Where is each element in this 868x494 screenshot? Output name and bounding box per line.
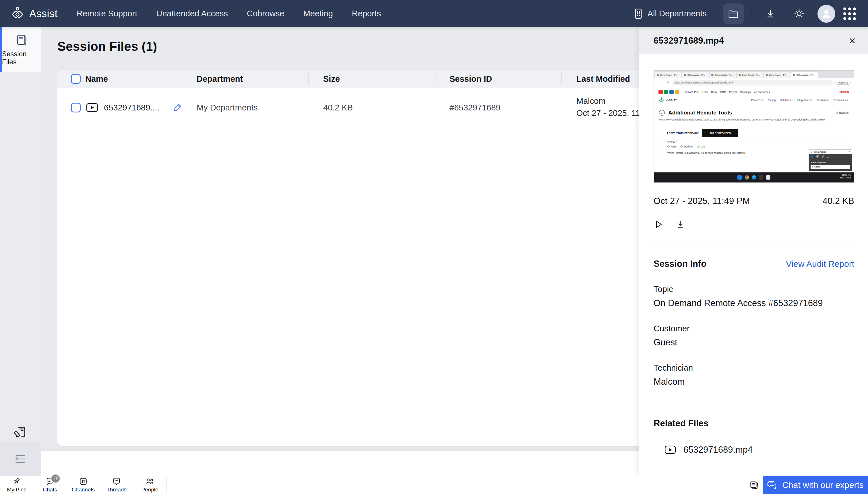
file-name-cell: 6532971689.... <box>86 88 183 127</box>
session-files-icon <box>15 33 28 46</box>
divider <box>435 73 436 85</box>
department-cell: My Departments <box>197 88 258 127</box>
console-collapse-icon[interactable] <box>14 454 27 464</box>
divider <box>653 404 854 404</box>
file-actions <box>653 220 854 229</box>
settings-button[interactable] <box>789 3 810 24</box>
copy-files-icon <box>749 480 759 490</box>
chat-with-experts-button[interactable]: Chat with our experts <box>763 476 868 494</box>
column-header-department[interactable]: Department <box>197 70 243 88</box>
department-selector[interactable]: All Departments <box>634 8 707 19</box>
bottombar-item-label: Threads <box>107 487 127 493</box>
customer-label: Customer <box>653 324 854 334</box>
rename-pencil-icon[interactable] <box>173 103 183 112</box>
related-file-name: 6532971689.mp4 <box>683 445 753 455</box>
file-meta-row: Oct 27 - 2025, 11:49 PM 40.2 KB <box>653 196 854 206</box>
file-preview-thumbnail[interactable]: Zoho Assist - Pr... Zoho Assist - Pr... … <box>653 70 854 183</box>
chats-unread-badge: 18 <box>51 474 60 483</box>
thumb-page-heading: ← Additional Remote Tools ‹ Previous <box>654 103 854 116</box>
cliq-bottom-bar: My Pins 18 Chats Channels <box>0 476 868 494</box>
nav-reports[interactable]: Reports <box>352 9 381 18</box>
topic-label: Topic <box>653 285 854 294</box>
download-file-button[interactable] <box>676 220 685 229</box>
divider <box>561 73 562 85</box>
gear-icon <box>793 8 805 19</box>
thumb-browser-tabbar: Zoho Assist - Pr... Zoho Assist - Pr... … <box>654 71 854 78</box>
nav-cobrowse[interactable]: Cobrowse <box>247 9 284 18</box>
thumb-session-overlay: Zoho Assist ✕ 👤💬🖉🗀 ∨ Participants ⚿ Admi… <box>809 150 852 171</box>
brand-name: Assist <box>29 8 58 20</box>
thumb-feedback-tabs: LEAVE YOUR FEEDBACK 138 RESPONSES <box>654 122 854 137</box>
close-panel-button[interactable] <box>848 36 856 45</box>
video-file-icon <box>664 445 676 454</box>
related-file-item[interactable]: 6532971689.mp4 <box>653 445 854 455</box>
bottombar-item-channels[interactable]: Channels <box>67 476 100 494</box>
sidebar-item-session-files[interactable]: Session Files <box>0 27 41 72</box>
thumb-url: zoho.com/assist/product-roadmap-add-deta… <box>672 80 833 86</box>
notes-button[interactable] <box>0 425 41 439</box>
play-button[interactable] <box>653 220 663 229</box>
thumb-assist-header: Assist Features ▾ Pricing Solutions ▾ In… <box>654 95 854 103</box>
brand-home-link[interactable]: Assist <box>10 6 58 21</box>
select-all-checkbox[interactable] <box>71 70 81 88</box>
size-cell: 40.2 KB <box>323 88 353 127</box>
download-icon <box>676 220 685 229</box>
file-date: Oct 27 - 2025, 11:49 PM <box>653 196 750 206</box>
channels-icon <box>79 477 88 486</box>
nav-unattended-access[interactable]: Unattended Access <box>156 9 228 18</box>
play-icon <box>653 220 663 229</box>
row-checkbox[interactable] <box>71 88 81 127</box>
column-header-name[interactable]: Name <box>85 70 108 88</box>
session-info-heading: Session Info <box>653 259 706 269</box>
avatar[interactable] <box>817 5 835 23</box>
view-audit-report-link[interactable]: View Audit Report <box>786 259 854 269</box>
app-grid-button[interactable] <box>843 7 856 20</box>
person-icon <box>820 8 832 19</box>
column-header-session-id[interactable]: Session ID <box>449 70 492 88</box>
panel-header: 6532971689.mp4 <box>639 27 868 54</box>
column-header-last-modified[interactable]: Last Modified <box>576 70 644 88</box>
assist-logo-icon <box>10 6 25 21</box>
primary-nav: Remote Support Unattended Access Cobrows… <box>77 9 381 18</box>
session-files-toolbar-button[interactable] <box>723 3 744 24</box>
bottombar-item-chats[interactable]: 18 Chats <box>33 476 67 494</box>
thumb-description: We know you might want more remote tools… <box>654 116 854 122</box>
bottombar-item-my-pins[interactable]: My Pins <box>0 476 33 494</box>
bottombar-item-label: Channels <box>72 487 95 493</box>
file-name[interactable]: 6532971689.... <box>104 103 160 112</box>
building-icon <box>634 8 643 19</box>
threads-icon <box>112 477 121 486</box>
close-icon <box>848 36 856 45</box>
customer-value: Guest <box>653 337 854 348</box>
bottombar-item-label: Chats <box>43 487 57 493</box>
app-window: Assist Remote Support Unattended Access … <box>0 0 868 494</box>
thumb-address-bar: ←→⟳ zoho.com/assist/product-roadmap-add-… <box>654 78 854 87</box>
download-toolbar-button[interactable] <box>760 3 781 24</box>
thumb-taskbar: 11:48 PM 10/27/2025 <box>654 172 854 183</box>
bottombar-item-people[interactable]: People <box>133 476 166 494</box>
divider <box>182 73 182 85</box>
panel-body: Zoho Assist - Pr... Zoho Assist - Pr... … <box>639 70 868 455</box>
sidebar-item-label: Session Files <box>2 50 41 66</box>
top-navigation-bar: Assist Remote Support Unattended Access … <box>0 0 868 27</box>
bottombar-item-label: My Pins <box>7 487 26 493</box>
file-size: 40.2 KB <box>823 196 854 206</box>
nav-remote-support[interactable]: Remote Support <box>77 9 137 18</box>
thumb-profile-pill: Personal <box>835 81 851 84</box>
divider <box>715 6 715 21</box>
technician-label: Technician <box>653 363 854 373</box>
pin-icon <box>12 477 21 486</box>
bottombar-item-label: People <box>141 487 158 493</box>
notes-icon <box>14 425 27 439</box>
topic-value: On Demand Remote Access #6532971689 <box>653 298 854 308</box>
nav-meeting[interactable]: Meeting <box>303 9 333 18</box>
divider <box>308 73 309 85</box>
bottombar-item-threads[interactable]: Threads <box>100 476 133 494</box>
people-icon <box>146 477 154 486</box>
chat-button-label: Chat with our experts <box>782 480 863 490</box>
recent-files-button[interactable] <box>745 476 763 494</box>
column-header-size[interactable]: Size <box>323 70 340 88</box>
topbar-actions: All Departments <box>634 3 868 24</box>
department-selector-label: All Departments <box>648 9 707 18</box>
column-header-label: Last Modified <box>576 74 630 84</box>
